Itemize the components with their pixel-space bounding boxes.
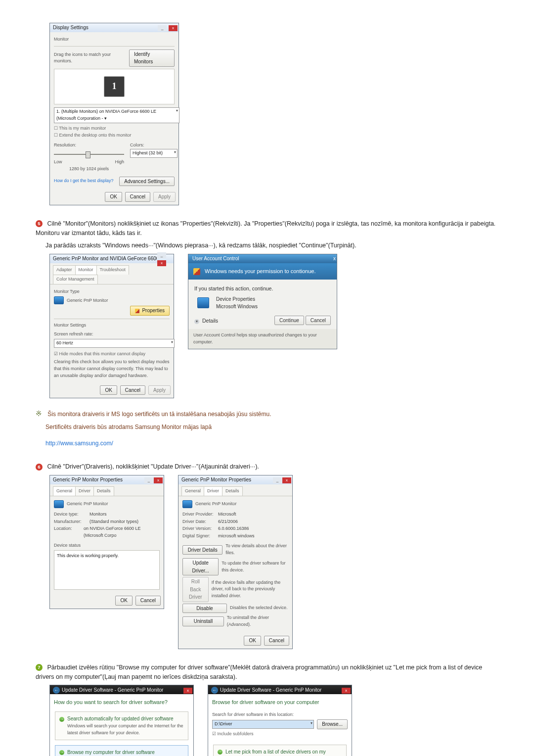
browse-button[interactable]: Browse... — [317, 719, 348, 729]
upd1-option-browse[interactable]: →Browse my computer for driver software … — [55, 745, 188, 756]
close-icon[interactable]: x — [154, 477, 163, 483]
uac-title: User Account Control — [192, 255, 239, 263]
minimize-icon[interactable]: _ — [158, 25, 167, 31]
include-subfolders-checkbox[interactable]: ☑ Include subfolders — [212, 731, 348, 738]
monitor-select[interactable]: 1. (Multiple Monitors) on NVIDIA GeForce… — [54, 107, 179, 123]
properties-driver-title: Generic PnP Monitor Properties — [181, 476, 251, 484]
monitor-properties-title: Generic PnP Monitor and NVIDIA GeForce 6… — [53, 255, 157, 263]
monitor-icon — [182, 500, 192, 508]
expand-icon[interactable]: ▾ — [194, 319, 199, 324]
main-monitor-checkbox[interactable]: ☐ This is my main monitor — [54, 125, 175, 132]
back-arrow-icon[interactable]: ← — [53, 687, 60, 694]
device-status-label: Device status — [54, 542, 160, 549]
upd2-loc-label: Search for driver software in this locat… — [212, 711, 348, 718]
upd1-option-auto[interactable]: →Search automatically for updated driver… — [55, 711, 188, 740]
advanced-settings-button[interactable]: Advanced Settings... — [119, 177, 175, 187]
back-arrow-icon[interactable]: ← — [211, 687, 218, 694]
tab-details[interactable]: Details — [93, 486, 114, 496]
tab-details[interactable]: Details — [222, 486, 243, 496]
cancel-button[interactable]: Cancel — [120, 385, 145, 395]
uac-details-toggle[interactable]: Details — [202, 318, 218, 324]
forward-arrow-icon: → — [59, 717, 64, 722]
hide-modes-checkbox[interactable]: ☑ Hide modes that this monitor cannot di… — [54, 351, 170, 358]
uac-headline: Windows needs your permission to contion… — [205, 268, 315, 274]
version-value: 6.0.6000.16386 — [218, 525, 249, 532]
best-display-help-link[interactable]: How do I get the best display? — [54, 178, 114, 185]
tab-monitor[interactable]: Monitor — [75, 265, 97, 275]
resolution-slider[interactable] — [54, 151, 124, 158]
monitor-layout-preview[interactable]: 1 — [54, 69, 175, 104]
tab-driver[interactable]: Driver — [75, 486, 94, 496]
ok-button[interactable]: OK — [105, 192, 122, 202]
tab-general[interactable]: General — [53, 486, 76, 496]
loc-value: on NVIDIA GeForce 6600 LE (Microsoft Cor… — [84, 525, 160, 539]
display-settings-dialog: Display Settings _ x Monitor Drag the ic… — [49, 23, 179, 205]
mfr-label: Manufacturer: — [54, 519, 89, 525]
continue-button[interactable]: Continue — [274, 316, 304, 326]
tab-troubleshoot[interactable]: Troubleshoot — [96, 265, 129, 275]
driver-details-button[interactable]: Driver Details — [182, 545, 222, 555]
uac-program-name: Device Properties — [216, 295, 258, 303]
signer-value: microsoft windows — [218, 533, 255, 540]
ok-button[interactable]: OK — [115, 596, 132, 606]
extend-desktop-checkbox[interactable]: ☐ Extend the desktop onto this monitor — [54, 132, 175, 139]
step5-text: Cilnē "Monitor"(Monitors) noklikšķiniet … — [36, 220, 495, 236]
ok-button[interactable]: OK — [244, 636, 261, 646]
devtype-label: Device type: — [54, 511, 89, 518]
apply-button: Apply — [148, 385, 171, 395]
cancel-button[interactable]: Cancel — [264, 636, 289, 646]
close-icon[interactable]: x — [157, 260, 166, 266]
hide-modes-hint: Clearing this check box allows you to se… — [54, 359, 170, 379]
update-driver-button[interactable]: Update Driver... — [182, 558, 219, 575]
upd1-option-auto-desc: Windows will search your computer and th… — [67, 723, 184, 737]
drag-instruction: Drag the icons to match your monitors. — [54, 51, 129, 65]
uninstall-button[interactable]: Uninstall — [182, 616, 224, 626]
monitor-properties-button[interactable]: Properties — [130, 306, 170, 316]
disable-button[interactable]: Disable — [182, 604, 227, 614]
uninstall-desc: To uninstall the driver (Advanced). — [227, 614, 288, 628]
device-name: Generic PnP Monitor — [67, 501, 108, 508]
identify-monitors-button[interactable]: Identify Monitors — [129, 49, 175, 67]
cancel-button[interactable]: Cancel — [135, 596, 161, 606]
monitor-heading: Monitor — [54, 36, 175, 43]
upd2-path-input[interactable]: D:\Driver — [212, 720, 314, 729]
uac-program-vendor: Microsoft Windows — [216, 303, 258, 311]
close-icon[interactable]: x — [169, 25, 178, 31]
monitor-properties-general-dialog: Generic PnP Monitor Properties _x Genera… — [49, 475, 164, 609]
color-depth-select[interactable]: Highest (32 bit) — [130, 149, 178, 158]
ok-button[interactable]: OK — [100, 385, 117, 395]
tab-general[interactable]: General — [181, 486, 204, 496]
close-icon[interactable]: x — [282, 477, 291, 483]
monitor-thumbnail-1[interactable]: 1 — [104, 76, 125, 97]
minimize-icon[interactable]: _ — [157, 252, 166, 258]
step-bullet-7: 7 — [36, 664, 43, 671]
close-icon[interactable]: x — [333, 256, 336, 261]
monitor-type-label: Monitor Type — [54, 288, 170, 295]
refresh-rate-label: Screen refresh rate: — [54, 331, 170, 338]
update-driver-desc: To update the driver software for this d… — [222, 560, 288, 574]
version-label: Driver Version: — [182, 525, 218, 532]
tab-color-management[interactable]: Color Management — [53, 275, 98, 284]
cancel-button[interactable]: Cancel — [306, 316, 331, 326]
minimize-icon[interactable]: _ — [273, 477, 282, 483]
refresh-rate-select[interactable]: 60 Hertz — [54, 339, 175, 348]
close-icon[interactable]: x — [342, 688, 351, 694]
resolution-value: 1280 by 1024 pixels — [54, 166, 124, 173]
colors-label: Colors: — [130, 142, 175, 149]
monitor-type-value: Generic PnP Monitor — [67, 297, 108, 304]
step-bullet-6: 6 — [36, 464, 43, 471]
tab-adapter[interactable]: Adapter — [53, 265, 76, 275]
cancel-button[interactable]: Cancel — [125, 192, 150, 202]
date-label: Driver Date: — [182, 519, 218, 525]
samsung-link[interactable]: http://www.samsung.com/ — [45, 440, 113, 447]
upd2-heading: Browse for driver software on your compu… — [212, 698, 348, 707]
note-asterisk-icon: ※ — [36, 410, 42, 418]
upd2-pick-option[interactable]: →Let me pick from a list of device drive… — [213, 745, 347, 756]
close-icon[interactable]: x — [183, 688, 192, 694]
date-value: 6/21/2006 — [218, 519, 238, 525]
minimize-icon[interactable]: _ — [144, 477, 153, 483]
note-line1: Šis monitora draiveris ir MS logo sertif… — [47, 411, 271, 418]
rollback-driver-button: Roll Back Driver — [182, 577, 209, 602]
tab-driver[interactable]: Driver — [204, 486, 222, 496]
shield-icon — [135, 309, 139, 313]
